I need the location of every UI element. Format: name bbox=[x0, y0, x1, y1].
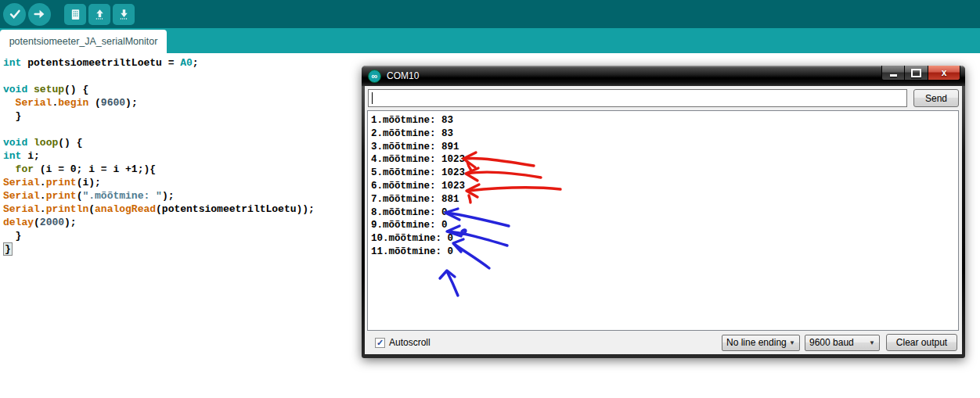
serial-output[interactable]: 1.mõõtmine: 832.mõõtmine: 833.mõõtmine: … bbox=[367, 110, 959, 331]
serial-output-line: 10.mõõtmine: 0 bbox=[371, 232, 958, 246]
save-sketch-button[interactable] bbox=[113, 4, 135, 25]
serial-monitor-statusbar: ✓ Autoscroll No line ending ▼ 9600 baud … bbox=[367, 332, 959, 353]
code-line: Serial.print(i); bbox=[3, 176, 315, 189]
close-icon: x bbox=[942, 67, 947, 78]
code-line: Serial.begin (9600); bbox=[3, 96, 315, 109]
serial-output-line: 6.mõõtmine: 1023 bbox=[371, 180, 958, 193]
arrow-down-icon bbox=[117, 8, 131, 21]
serial-monitor-titlebar[interactable]: ∞ COM10 x bbox=[362, 66, 965, 86]
code-line: int i; bbox=[3, 149, 315, 163]
serial-output-line: 7.mõõtmine: 881 bbox=[371, 193, 958, 206]
arrow-up-icon bbox=[93, 8, 106, 21]
tab-bar: potentsiomeeter_JA_serialMonitor bbox=[0, 28, 980, 53]
new-sketch-button[interactable] bbox=[64, 4, 86, 25]
code-line bbox=[3, 123, 315, 136]
autoscroll-checkbox[interactable]: ✓ bbox=[375, 338, 385, 348]
window-controls: x bbox=[881, 66, 960, 81]
code-text: int potentsiomeetriltLoetu = A0;void set… bbox=[3, 56, 315, 256]
serial-output-line: 2.mõõtmine: 83 bbox=[371, 127, 958, 141]
chevron-down-icon: ▼ bbox=[789, 339, 795, 346]
code-line: for (i = 0; i = i +1;){ bbox=[3, 163, 315, 176]
line-ending-dropdown[interactable]: No line ending ▼ bbox=[722, 335, 800, 351]
autoscroll-label: Autoscroll bbox=[389, 337, 431, 348]
code-line: int potentsiomeetriltLoetu = A0; bbox=[3, 56, 315, 70]
arrow-right-icon bbox=[33, 7, 47, 21]
minimize-button[interactable] bbox=[881, 66, 905, 81]
code-line bbox=[3, 70, 315, 83]
serial-input[interactable] bbox=[368, 89, 907, 107]
serial-output-line: 4.mõõtmine: 1023 bbox=[371, 153, 958, 167]
serial-output-line: 1.mõõtmine: 83 bbox=[371, 114, 958, 127]
serial-input-row: Send bbox=[368, 89, 959, 107]
tab-sketch[interactable]: potentsiomeeter_JA_serialMonitor bbox=[0, 30, 167, 53]
code-line: Serial.print(".mõõtmine: "); bbox=[3, 189, 315, 203]
code-line: } bbox=[3, 109, 315, 123]
arduino-ide: potentsiomeeter_JA_serialMonitor int pot… bbox=[0, 0, 980, 398]
arduino-logo-icon: ∞ bbox=[368, 70, 381, 83]
document-icon bbox=[69, 8, 82, 21]
verify-button[interactable] bbox=[3, 3, 26, 26]
serial-output-line: 9.mõõtmine: 0 bbox=[371, 219, 958, 232]
chevron-down-icon: ▼ bbox=[869, 339, 875, 346]
upload-button[interactable] bbox=[28, 3, 51, 26]
open-sketch-button[interactable] bbox=[88, 4, 110, 25]
baud-rate-dropdown[interactable]: 9600 baud ▼ bbox=[805, 335, 880, 351]
serial-output-line: 11.mõõtmine: 0 bbox=[371, 246, 958, 259]
code-line: void loop() { bbox=[3, 136, 315, 149]
code-line: delay(2000); bbox=[3, 216, 315, 229]
serial-output-line: 8.mõõtmine: 0 bbox=[371, 206, 958, 220]
code-line: } bbox=[3, 242, 315, 256]
tab-sketch-label: potentsiomeeter_JA_serialMonitor bbox=[9, 36, 158, 47]
serial-monitor-body: Send 1.mõõtmine: 832.mõõtmine: 833.mõõtm… bbox=[365, 86, 962, 354]
baud-rate-value: 9600 baud bbox=[809, 337, 854, 348]
clear-output-button[interactable]: Clear output bbox=[886, 334, 957, 351]
send-button[interactable]: Send bbox=[913, 89, 959, 107]
serial-output-line: 5.mõõtmine: 1023 bbox=[371, 167, 958, 180]
code-line: } bbox=[3, 229, 315, 242]
code-line: void setup() { bbox=[3, 83, 315, 96]
minimize-icon bbox=[890, 74, 897, 77]
ide-toolbar bbox=[0, 0, 980, 28]
line-ending-value: No line ending bbox=[726, 337, 787, 348]
check-icon: ✓ bbox=[377, 339, 384, 347]
serial-output-line: 3.mõõtmine: 891 bbox=[371, 141, 958, 154]
serial-output-lines: 1.mõõtmine: 832.mõõtmine: 833.mõõtmine: … bbox=[368, 111, 958, 259]
text-cursor bbox=[372, 92, 373, 104]
maximize-icon bbox=[911, 69, 921, 77]
maximize-button[interactable] bbox=[905, 66, 928, 81]
window-title: COM10 bbox=[387, 70, 419, 81]
serial-monitor-window: ∞ COM10 x Send 1.mõõtmine: 832.mõõtmine:… bbox=[362, 66, 965, 358]
close-button[interactable]: x bbox=[928, 66, 960, 81]
check-icon bbox=[8, 7, 22, 21]
code-line: Serial.println(analogRead(potentsiomeetr… bbox=[3, 203, 315, 216]
